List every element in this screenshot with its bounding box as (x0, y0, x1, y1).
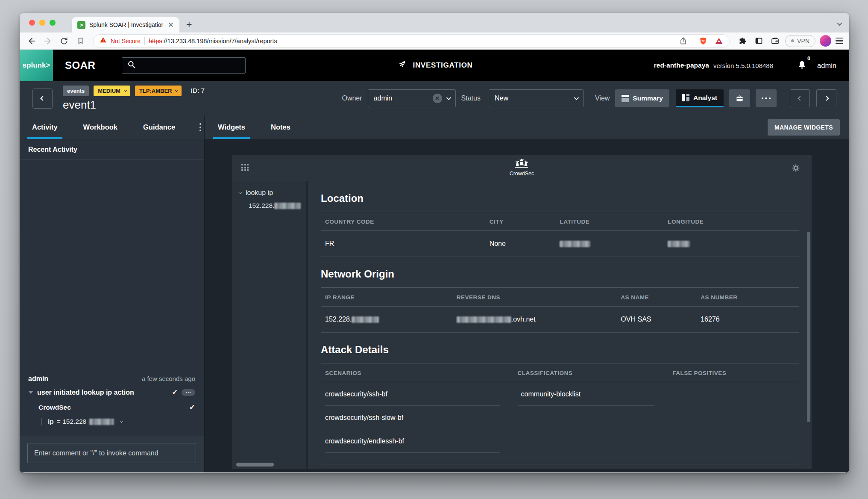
tab-search-icon[interactable] (837, 20, 841, 27)
owner-select[interactable]: admin ✕ (368, 89, 456, 107)
tree-node-ip-value[interactable]: 152.228. (232, 202, 306, 210)
browser-tab[interactable]: > Splunk SOAR | Investigation ✕ (72, 17, 179, 32)
app-header-right: red-anthe-papaya version 5.5.0.108488 0 … (654, 60, 849, 71)
analyst-view-button[interactable]: Analyst (676, 89, 724, 107)
vpn-dot-icon (791, 39, 794, 42)
tab-guidance[interactable]: Guidance (142, 115, 176, 139)
gear-icon (791, 163, 801, 173)
notifications-button[interactable]: 0 (797, 60, 807, 71)
summary-icon (622, 95, 629, 102)
scenarios-list: crowdsecurity/ssh-bf crowdsecurity/ssh-s… (325, 382, 518, 464)
more-actions-button[interactable] (756, 89, 777, 107)
attack-table-header: SCENARIOS CLASSIFICATIONS FALSE POSITIVE… (321, 363, 799, 382)
refresh-icon[interactable] (58, 35, 70, 47)
sidebar-icon[interactable] (753, 35, 765, 47)
menu-icon[interactable] (836, 38, 843, 44)
feed-more-button[interactable]: ••• (182, 389, 195, 396)
manage-widgets-button[interactable]: MANAGE WIDGETS (768, 119, 840, 136)
clear-owner-icon[interactable]: ✕ (433, 94, 442, 103)
reverse-dns-value: .ovh.net (457, 316, 621, 323)
redacted-dns (457, 316, 511, 323)
user-menu[interactable]: admin (817, 62, 836, 70)
redacted-ip (352, 316, 379, 323)
close-window-button[interactable] (29, 20, 35, 26)
browser-window: > Splunk SOAR | Investigation ✕ + (20, 13, 849, 473)
tab-activity[interactable]: Activity (31, 115, 59, 139)
collapse-caret-icon[interactable] (28, 391, 33, 394)
activity-feed: admin a few seconds ago user initiated l… (20, 160, 204, 436)
feed-parameter[interactable]: ip = 152.228 (41, 418, 195, 425)
drag-handle-icon[interactable] (241, 164, 249, 171)
network-table-row: 152.228. .ovh.net OVH SAS 16276 (321, 307, 799, 333)
classifications-list: community-blocklist (518, 382, 673, 464)
browser-toolbar: Not Secure https://13.233.48.198/mission… (20, 32, 849, 50)
tab-workbook[interactable]: Workbook (82, 115, 119, 139)
summary-view-button[interactable]: Summary (615, 89, 669, 107)
widget-canvas: CrowdSec lookup ip (205, 139, 849, 472)
global-search-input[interactable] (122, 57, 246, 74)
investigation-label: INVESTIGATION (396, 59, 472, 72)
section-title-location: Location (321, 192, 799, 204)
redacted-latitude (560, 241, 590, 247)
left-tab-bar: Activity Workbook Guidance (20, 115, 204, 139)
version-label: version 5.5.0.108488 (713, 62, 773, 69)
activity-panel: Activity Workbook Guidance Recent Activi… (20, 115, 205, 472)
widget-header: CrowdSec (232, 155, 812, 181)
profile-avatar[interactable] (820, 35, 831, 47)
horizontal-scrollbar[interactable] (236, 463, 274, 467)
comment-input[interactable] (27, 443, 196, 463)
extensions-icon[interactable] (736, 35, 748, 47)
tab-notes[interactable]: Notes (270, 115, 292, 139)
widget-body: lookup ip 152.228. Location (232, 181, 812, 469)
back-to-events-button[interactable] (32, 89, 53, 109)
new-tab-button[interactable]: + (186, 20, 192, 30)
app-header: splunk> SOAR INVESTIGATION red-anthe-pap… (20, 50, 849, 81)
splunk-logo[interactable]: splunk> (20, 50, 53, 81)
brave-shield-icon[interactable] (697, 35, 709, 47)
scenario-item: crowdsecurity/endlessh-bf (325, 429, 500, 453)
url-scheme: https (149, 38, 162, 44)
splunk-favicon-icon: > (77, 21, 85, 29)
previous-event-button[interactable] (790, 89, 810, 107)
share-icon[interactable] (677, 35, 689, 47)
address-bar[interactable]: Not Secure https://13.233.48.198/mission… (93, 34, 730, 48)
severity-badge[interactable]: MEDIUM (94, 86, 130, 96)
briefcase-icon (735, 94, 744, 103)
url-rest: ://13.233.48.198/mission/7/analyst/repor… (162, 38, 277, 44)
ellipsis-icon (762, 97, 771, 100)
status-select[interactable]: New (489, 89, 584, 107)
zoom-window-button[interactable] (50, 20, 56, 26)
security-status[interactable]: Not Secure (111, 38, 141, 44)
tree-node-lookup-ip[interactable]: lookup ip (232, 189, 306, 197)
close-tab-icon[interactable]: ✕ (167, 21, 175, 30)
back-icon[interactable] (26, 35, 38, 47)
toolbox-button[interactable] (729, 89, 750, 107)
crowdsec-caption: CrowdSec (510, 171, 534, 177)
minimize-window-button[interactable] (39, 20, 45, 26)
browser-tab-strip: > Splunk SOAR | Investigation ✕ + (20, 13, 849, 32)
instance-name: red-anthe-papaya (654, 62, 709, 69)
bookmark-icon[interactable] (74, 35, 86, 47)
vertical-scrollbar[interactable] (807, 232, 810, 422)
forward-icon[interactable] (42, 35, 54, 47)
widget-settings-button[interactable] (791, 163, 801, 174)
vpn-badge[interactable]: VPN (785, 35, 815, 47)
tlp-badge[interactable]: TLP:AMBER (135, 86, 182, 96)
url-text[interactable]: https://13.233.48.198/mission/7/analyst/… (149, 38, 673, 44)
next-event-button[interactable] (816, 89, 836, 107)
omnibox-divider (144, 37, 145, 45)
tab-widgets[interactable]: Widgets (217, 115, 246, 139)
location-table-header: COUNTRY CODE CITY LATITUDE LONGITUDE (321, 212, 799, 231)
event-id: ID: 7 (191, 87, 205, 94)
soar-app: splunk> SOAR INVESTIGATION red-anthe-pap… (20, 50, 849, 472)
event-meta: events MEDIUM TLP:AMBER ID: 7 event1 (63, 86, 205, 112)
feed-timestamp: a few seconds ago (142, 375, 195, 382)
redacted-longitude (668, 241, 690, 247)
chevron-down-icon (446, 95, 451, 100)
bat-rewards-icon[interactable] (713, 35, 725, 47)
ip-range-value: 152.228. (325, 316, 457, 323)
recent-activity-header: Recent Activity (20, 139, 204, 160)
section-title-network: Network Origin (321, 268, 799, 280)
wallet-icon[interactable] (769, 35, 781, 47)
event-header: events MEDIUM TLP:AMBER ID: 7 event1 Own… (20, 81, 849, 115)
